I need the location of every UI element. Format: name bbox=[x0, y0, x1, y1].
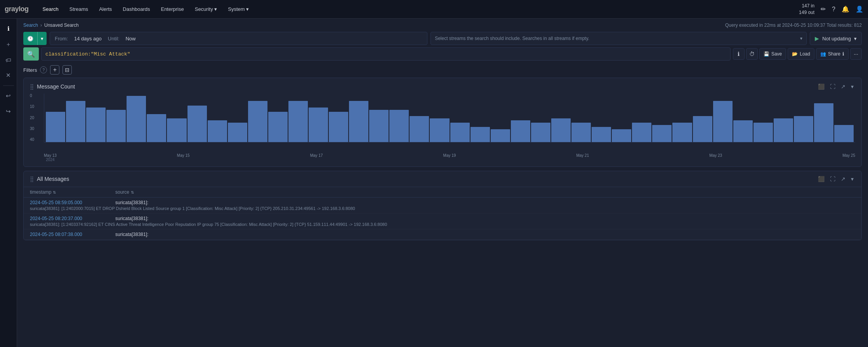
sidebar-tag-icon[interactable]: 🏷 bbox=[2, 53, 16, 67]
chart-bar[interactable] bbox=[66, 101, 85, 142]
drag-handle-icon[interactable]: ⣿ bbox=[30, 83, 34, 90]
chart-bar[interactable] bbox=[592, 127, 611, 142]
chart-bar[interactable] bbox=[571, 123, 591, 142]
nav-system[interactable]: System ▾ bbox=[223, 4, 253, 14]
chart-bar[interactable] bbox=[470, 127, 490, 142]
run-button[interactable]: ▶ Not updating ▾ bbox=[810, 32, 862, 45]
chart-bar[interactable] bbox=[491, 129, 510, 142]
sidebar-info-icon[interactable]: ℹ bbox=[2, 22, 16, 36]
row-timestamp[interactable]: 2024-05-25 08:20:37.000 bbox=[30, 216, 115, 221]
chart-bar[interactable] bbox=[672, 123, 692, 142]
streams-selector[interactable]: Select streams the search should include… bbox=[431, 32, 807, 45]
chart-bar[interactable] bbox=[208, 120, 227, 142]
nav-dashboards[interactable]: Dashboards bbox=[118, 4, 155, 14]
chart-bar[interactable] bbox=[228, 123, 247, 142]
nav-security[interactable]: Security ▾ bbox=[190, 4, 222, 14]
chart-bar[interactable] bbox=[814, 103, 833, 142]
chart-bar[interactable] bbox=[551, 118, 571, 142]
time-range-button[interactable]: 🕐 ▾ bbox=[23, 32, 47, 45]
filters-label: Filters bbox=[23, 67, 37, 73]
nav-alerts[interactable]: Alerts bbox=[94, 4, 116, 14]
from-label: From: bbox=[55, 36, 68, 42]
more-button[interactable]: ··· bbox=[850, 48, 862, 60]
search-button[interactable]: 🔍 bbox=[23, 47, 39, 61]
chart-bar[interactable] bbox=[430, 118, 449, 142]
row-timestamp[interactable]: 2024-05-25 08:07:38.000 bbox=[30, 232, 115, 237]
filter-add-button[interactable]: + bbox=[50, 65, 59, 75]
chart-bar[interactable] bbox=[713, 101, 733, 142]
chart-bar[interactable] bbox=[248, 101, 267, 142]
chart-bar[interactable] bbox=[268, 112, 288, 142]
save-button[interactable]: 💾 Save bbox=[759, 48, 786, 60]
nav-search[interactable]: Search bbox=[38, 4, 63, 14]
chart-panel-title: Message Count bbox=[37, 83, 75, 90]
chart-bar[interactable] bbox=[693, 116, 712, 142]
query-input[interactable] bbox=[41, 47, 731, 61]
breadcrumb-separator: › bbox=[40, 23, 42, 28]
chart-bar[interactable] bbox=[46, 112, 65, 142]
nav-streams[interactable]: Streams bbox=[65, 4, 93, 14]
chart-bar[interactable] bbox=[511, 120, 530, 142]
chart-panel: ⣿ Message Count ⬛ ⛶ ↗ ▾ 40 30 20 10 0 bbox=[23, 78, 862, 167]
chart-column-icon[interactable]: ⬛ bbox=[816, 83, 826, 90]
sidebar-redo-icon[interactable]: ↪ bbox=[2, 104, 16, 118]
chart-bar[interactable] bbox=[632, 123, 651, 142]
nav-enterprise[interactable]: Enterprise bbox=[156, 4, 188, 14]
chart-bar[interactable] bbox=[187, 106, 207, 142]
chart-bar[interactable] bbox=[450, 123, 470, 142]
chart-bar[interactable] bbox=[794, 116, 813, 142]
save-icon: 💾 bbox=[764, 51, 769, 57]
user-icon[interactable]: 👤 bbox=[856, 5, 863, 13]
chart-bar[interactable] bbox=[531, 123, 550, 142]
chart-expand-icon[interactable]: ⛶ bbox=[828, 83, 837, 90]
chart-chevron-icon[interactable]: ▾ bbox=[849, 83, 855, 90]
chart-bar[interactable] bbox=[774, 118, 793, 142]
chart-bar[interactable] bbox=[86, 108, 106, 142]
chart-bar[interactable] bbox=[167, 118, 186, 142]
sidebar-x-icon[interactable]: ✕ bbox=[2, 68, 16, 82]
chart-bar[interactable] bbox=[612, 129, 631, 142]
chart-bar[interactable] bbox=[106, 110, 126, 142]
timestamp-sort-icon[interactable]: ⇅ bbox=[53, 190, 56, 194]
chart-bar[interactable] bbox=[147, 114, 166, 142]
filter-help-icon[interactable]: ? bbox=[40, 66, 47, 73]
timestamp-col-header: timestamp ⇅ bbox=[30, 189, 115, 195]
edit-icon[interactable]: ✏ bbox=[821, 5, 826, 13]
messages-drag-icon[interactable]: ⣿ bbox=[30, 176, 34, 182]
breadcrumb-parent[interactable]: Search bbox=[23, 23, 38, 28]
bell-icon[interactable]: 🔔 bbox=[842, 5, 849, 13]
time-range-display[interactable]: From: 14 days ago Until: Now bbox=[50, 32, 427, 45]
load-button[interactable]: 📂 Load bbox=[788, 48, 814, 60]
chart-export-icon[interactable]: ↗ bbox=[839, 83, 847, 90]
sidebar-add-icon[interactable]: ＋ bbox=[2, 37, 16, 51]
time-btn-dropdown-icon[interactable]: ▾ bbox=[37, 32, 47, 45]
row-timestamp[interactable]: 2024-05-25 08:59:05.000 bbox=[30, 200, 115, 205]
query-history-btn[interactable]: ⏱ bbox=[746, 48, 758, 60]
messages-table: timestamp ⇅ source ⇅ 2024-05-25 08:59:05… bbox=[24, 187, 861, 240]
source-sort-icon[interactable]: ⇅ bbox=[131, 190, 134, 194]
chart-bar[interactable] bbox=[733, 120, 753, 142]
share-button[interactable]: 👥 Share ℹ bbox=[816, 48, 849, 60]
chart-bar[interactable] bbox=[349, 101, 368, 142]
chart-bar[interactable] bbox=[410, 116, 429, 142]
messages-export-icon[interactable]: ↗ bbox=[839, 175, 847, 183]
chart-bar[interactable] bbox=[329, 112, 348, 142]
messages-column-icon[interactable]: ⬛ bbox=[816, 175, 826, 183]
from-value: 14 days ago bbox=[74, 36, 102, 42]
help-icon[interactable]: ? bbox=[832, 6, 835, 13]
chart-bar[interactable] bbox=[652, 125, 672, 142]
messages-expand-icon[interactable]: ⛶ bbox=[828, 175, 837, 183]
sidebar-undo-icon[interactable]: ↩ bbox=[2, 89, 16, 103]
chart-bar[interactable] bbox=[834, 125, 854, 142]
query-info-btn[interactable]: ℹ bbox=[733, 48, 745, 60]
chart-bar[interactable] bbox=[753, 123, 773, 142]
sidebar: ℹ ＋ 🏷 ✕ ↩ ↪ bbox=[0, 19, 17, 347]
chart-bar[interactable] bbox=[369, 110, 389, 142]
filter-folder-button[interactable]: ⊟ bbox=[62, 65, 72, 75]
chart-bar[interactable] bbox=[127, 96, 146, 142]
messages-chevron-icon[interactable]: ▾ bbox=[849, 175, 855, 183]
chart-bar[interactable] bbox=[288, 101, 308, 142]
chart-bar[interactable] bbox=[389, 110, 409, 142]
messages-body: 2024-05-25 08:59:05.000 suricata[38381]:… bbox=[24, 198, 861, 240]
chart-bar[interactable] bbox=[309, 108, 328, 142]
